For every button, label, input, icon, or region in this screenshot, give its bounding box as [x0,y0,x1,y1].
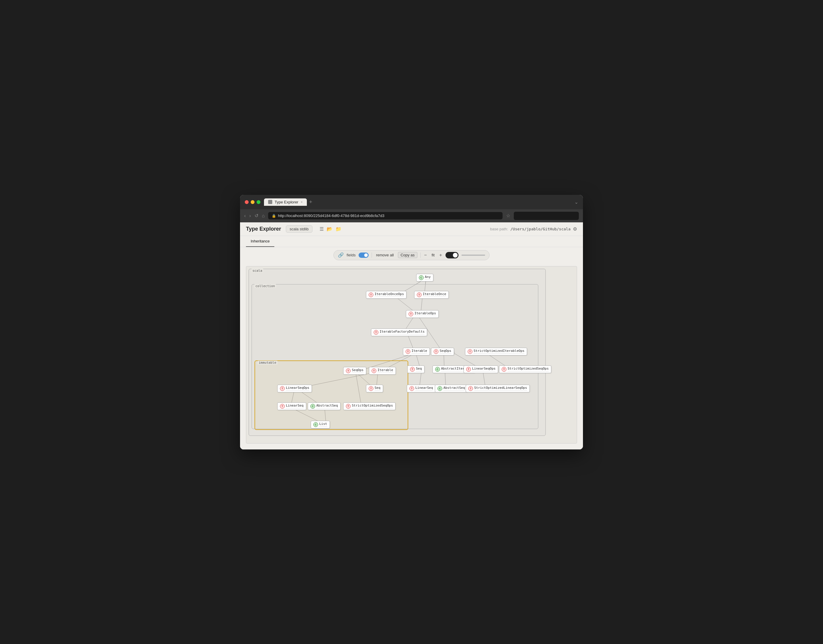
label-Iterable-col: Iterable [412,349,427,353]
badge-StrictOptimizedSeqOps-imm: T [346,404,351,409]
label-LinearSeq-col: LinearSeq [415,386,433,390]
badge-AbstractIterable: C [435,367,440,372]
node-IterableOnce[interactable]: T IterableOnce [414,291,449,299]
node-LinearSeqOps-imm[interactable]: T LinearSeqOps [277,385,312,393]
new-tab-button[interactable]: + [309,199,313,205]
tab-menu-button[interactable]: ⌄ [575,199,578,205]
node-LinearSeq-col[interactable]: T LinearSeq [407,385,436,393]
folder-open-icon[interactable]: 📂 [326,226,333,232]
badge-IterableOnceOps: T [369,293,373,297]
fit-button[interactable]: fit [431,252,436,258]
label-LinearSeq-imm: LinearSeq [286,403,303,408]
tab-label: Type Explorer [274,200,298,204]
toolbar: 🔗 fields remove all Copy as − fit + [240,247,583,263]
node-Seq-col[interactable]: T Seq [408,365,425,373]
node-Any[interactable]: C Any [416,274,434,282]
toolbar-inner: 🔗 fields remove all Copy as − fit + [333,250,490,260]
maximize-button[interactable] [257,200,261,204]
badge-List: C [313,422,318,427]
title-bar: Type Explorer × + ⌄ [240,195,583,209]
label-StrictOptimizedIterableOps: StrictOptimizedIterableOps [474,349,524,353]
node-SeqOps-imm[interactable]: T SeqOps [343,367,366,375]
label-AbstractSeq-imm: AbstractSeq [316,403,338,408]
node-StrictOptimizedSeqOps-col[interactable]: T StrictOptimizedSeqOps [499,365,551,373]
close-button[interactable] [245,200,248,204]
node-List[interactable]: C List [311,421,330,428]
browser-window: Type Explorer × + ⌄ ‹ › ↺ ⌂ 🔒 http://loc… [240,195,583,449]
settings-icon[interactable]: ⚙ [573,226,577,232]
separator-2 [420,253,421,258]
zoom-out-button[interactable]: − [424,253,428,258]
label-SeqOps-col: SeqOps [440,349,451,353]
badge-SeqOps-col: T [434,349,438,354]
label-SeqOps-imm: SeqOps [352,368,363,372]
node-Seq-imm[interactable]: T Seq [366,385,383,393]
minimize-button[interactable] [251,200,254,204]
filter-icon: 🔗 [338,252,344,258]
badge-LinearSeq-col: T [409,386,414,391]
badge-IterableOnce: T [417,293,421,297]
node-LinearSeqOps-col[interactable]: T LinearSeqOps [464,365,498,373]
search-bar[interactable] [514,212,579,220]
fields-toggle[interactable] [359,253,369,258]
tab-area: Type Explorer × + [264,198,571,206]
dark-mode-toggle[interactable] [446,252,458,258]
menu-icon[interactable]: ☰ [320,226,324,232]
badge-SeqOps-imm: T [346,368,351,373]
node-StrictOptimizedSeqOps-imm[interactable]: T StrictOptimizedSeqOps [343,402,395,410]
forward-button[interactable]: › [249,213,251,219]
label-StrictOptimizedSeqOps-imm: StrictOptimizedSeqOps [352,403,393,408]
label-Seq-imm: Seq [374,386,380,390]
node-LinearSeq-imm[interactable]: T LinearSeq [277,402,306,410]
node-StrictOptimizedIterableOps[interactable]: T StrictOptimizedIterableOps [465,348,527,356]
header-right: base path: /Users/jpablo/GitHub/scala ⚙ [490,226,577,232]
bookmark-button[interactable]: ☆ [506,213,510,219]
base-path-value: /Users/jpablo/GitHub/scala [510,227,571,231]
node-IterableOnceOps[interactable]: T IterableOnceOps [366,291,406,299]
zoom-in-button[interactable]: + [439,253,443,258]
folder-icon[interactable]: 📁 [336,226,342,232]
collection-group-label: collection [254,284,276,288]
label-Any: Any [425,275,431,279]
node-IterableFactoryDefaults[interactable]: T IterableFactoryDefaults [371,328,427,336]
node-Iterable-imm[interactable]: T Iterable [369,367,396,375]
label-IterableFactoryDefaults: IterableFactoryDefaults [380,330,425,334]
node-Iterable-col[interactable]: T Iterable [403,348,430,356]
node-IterableOps[interactable]: T IterableOps [406,310,439,318]
badge-Any: C [419,275,424,280]
label-LinearSeqOps-col: LinearSeqOps [472,366,495,371]
url-bar[interactable]: 🔒 http://localhost:8090/225d4184-6df0-47… [268,212,503,219]
label-AbstractSeq-col: AbstractSeq [443,386,465,390]
node-AbstractSeq-imm[interactable]: C AbstractSeq [308,402,340,410]
lock-icon: 🔒 [272,214,276,218]
label-LinearSeqOps-imm: LinearSeqOps [286,386,309,390]
badge-LinearSeqOps-imm: T [280,386,285,391]
app-header: Type Explorer scala stdlib ☰ 📂 📁 base pa… [240,222,583,236]
immutable-group-label: immutable [257,361,277,365]
copy-as-button[interactable]: Copy as [398,252,417,258]
tab-favicon [268,200,272,204]
tab-close-button[interactable]: × [300,200,302,204]
back-button[interactable]: ‹ [244,213,246,219]
home-button[interactable]: ⌂ [262,213,265,219]
remove-all-button[interactable]: remove all [375,252,395,258]
badge-AbstractSeq-col: C [438,386,442,391]
active-tab[interactable]: Type Explorer × [264,198,307,206]
inheritance-tab[interactable]: Inheritance [246,236,274,247]
base-path-label: base path: [490,227,508,231]
address-bar: ‹ › ↺ ⌂ 🔒 http://localhost:8090/225d4184… [240,209,583,222]
refresh-button[interactable]: ↺ [254,213,258,219]
label-Seq-col: Seq [416,366,422,371]
node-StrictOptimizedLinearSeqOps[interactable]: T StrictOptimizedLinearSeqOps [466,385,530,393]
node-AbstractSeq-col[interactable]: C AbstractSeq [435,385,467,393]
label-Iterable-imm: Iterable [377,368,393,372]
node-SeqOps-col[interactable]: T SeqOps [431,348,454,356]
badge-Iterable-col: T [406,349,410,354]
app-title: Type Explorer [246,226,281,232]
diagram-canvas[interactable]: scala collection immutable C Any T [246,266,577,443]
stdlib-button[interactable]: scala stdlib [286,225,313,233]
zoom-slider[interactable] [461,255,485,256]
badge-Seq-imm: T [369,386,373,391]
header-icons: ☰ 📂 📁 [320,226,342,232]
traffic-lights [245,200,261,204]
